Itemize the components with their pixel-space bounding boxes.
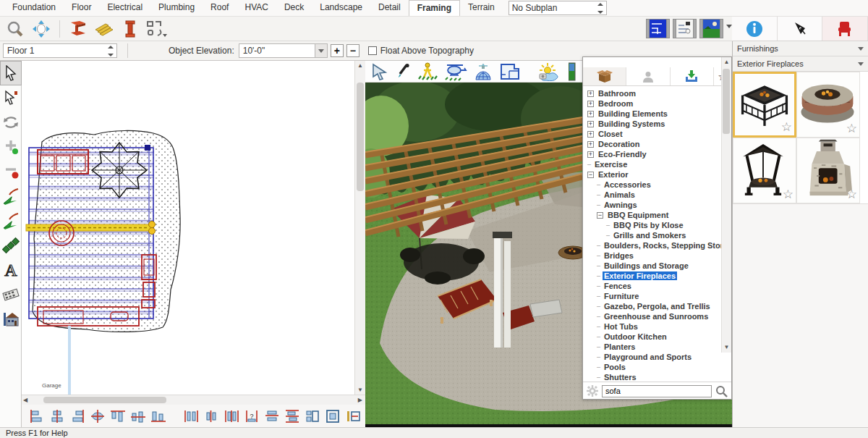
tree-item-bedroom[interactable]: +Bedroom xyxy=(583,98,731,109)
tree-item-bathroom[interactable]: +Bathroom xyxy=(583,88,731,98)
space-evenly-horizontal-icon[interactable] xyxy=(182,408,200,424)
walkthrough-icon[interactable] xyxy=(0,282,22,307)
align-top-icon[interactable] xyxy=(109,408,127,424)
object-info-button[interactable] xyxy=(732,17,778,41)
scroll-down-icon[interactable]: ▼ xyxy=(355,385,365,395)
tree-item-label[interactable]: Exterior xyxy=(597,170,630,179)
plan-horizontal-scrollbar[interactable]: ◀ ▶ xyxy=(22,395,365,405)
text-tool-icon[interactable]: A xyxy=(0,258,22,282)
space-evenly-pair-icon[interactable] xyxy=(222,408,240,424)
favorite-star-icon[interactable]: ☆ xyxy=(781,119,792,135)
favorite-star-icon[interactable]: ☆ xyxy=(846,121,857,136)
tree-item-bridges[interactable]: –Bridges xyxy=(583,250,731,261)
tree-item-label[interactable]: Boulders, Rocks, Stepping Stones xyxy=(603,241,731,250)
post-icon[interactable] xyxy=(119,19,141,39)
scroll-up-icon[interactable]: ▲ xyxy=(722,57,731,67)
tree-item-outdoor-kitchen[interactable]: –Outdoor Kitchen xyxy=(583,332,731,342)
tree-item-awnings[interactable]: –Awnings xyxy=(583,200,731,210)
scroll-up-icon[interactable]: ▲ xyxy=(355,61,365,70)
tree-item-label[interactable]: Awnings xyxy=(603,201,639,209)
scroll-right-icon[interactable]: ▶ xyxy=(358,395,362,405)
tree-item-label[interactable]: Fences xyxy=(603,282,633,290)
thumbnail-square-metal-fire-pit[interactable]: ☆ xyxy=(733,72,796,138)
align-left-icon[interactable] xyxy=(27,408,46,424)
tree-item-label[interactable]: Closet xyxy=(597,130,624,138)
eyedropper-icon[interactable] xyxy=(395,63,411,80)
select-arrow-icon[interactable] xyxy=(0,61,22,85)
sun-camera-icon[interactable] xyxy=(537,62,562,81)
elevation-input[interactable]: 10'-0" xyxy=(239,43,315,58)
tree-item-shutters[interactable]: –Shutters xyxy=(583,372,731,382)
menu-framing[interactable]: Framing xyxy=(409,0,460,16)
menu-foundation[interactable]: Foundation xyxy=(4,0,64,16)
spinner-icon[interactable] xyxy=(597,3,604,14)
tree-item-gazebo-pergola-and-trellis[interactable]: –Gazebo, Pergola, and Trellis xyxy=(583,301,731,311)
menu-plumbing[interactable]: Plumbing xyxy=(150,0,203,16)
tree-scrollbar[interactable]: ▲ ▼ xyxy=(721,57,731,353)
tree-item-label[interactable]: Bridges xyxy=(603,251,635,260)
space-evenly-vertical-icon[interactable] xyxy=(263,408,281,424)
tree-item-bbq-equipment[interactable]: −BBQ Equipment xyxy=(583,210,731,220)
tree-item-boulders-rocks-stepping-stones[interactable]: –Boulders, Rocks, Stepping Stones xyxy=(583,240,731,250)
tree-item-building-elements[interactable]: +Building Elements xyxy=(583,109,731,119)
menu-floor[interactable]: Floor xyxy=(64,0,99,16)
plan-view-window-icon[interactable] xyxy=(646,19,670,38)
tree-item-decoration[interactable]: +Decoration xyxy=(583,139,731,149)
align-center-horizontal-icon[interactable] xyxy=(129,408,147,424)
align-center-vertical-icon[interactable] xyxy=(48,408,66,424)
select-similar-icon[interactable] xyxy=(0,85,22,110)
tree-item-label[interactable]: Bedroom xyxy=(597,99,634,108)
tree-item-closet[interactable]: +Closet xyxy=(583,129,731,139)
filter-gear-icon[interactable] xyxy=(587,385,598,397)
collapse-icon[interactable]: − xyxy=(597,212,603,219)
menu-landscape[interactable]: Landscape xyxy=(312,0,370,16)
tree-item-label[interactable]: Hot Tubs xyxy=(603,322,639,331)
favorite-star-icon[interactable]: ☆ xyxy=(846,187,857,202)
tree-item-label[interactable]: Bathroom xyxy=(597,89,637,98)
reflect-object-icon[interactable] xyxy=(344,408,362,424)
thumbnail-stone-outdoor-fireplace[interactable]: ☆ xyxy=(796,138,860,203)
expand-icon[interactable]: + xyxy=(587,111,594,117)
floor-overview-icon[interactable] xyxy=(499,62,521,81)
menu-terrain[interactable]: Terrain xyxy=(460,0,503,16)
tree-item-label[interactable]: Outdoor Kitchen xyxy=(603,332,668,341)
tree-item-label[interactable]: Gazebo, Pergola, and Trellis xyxy=(603,302,712,311)
pullback-arrow-icon-2[interactable] xyxy=(0,209,22,233)
scrollbar-thumb[interactable] xyxy=(357,83,364,191)
tree-item-accessories[interactable]: –Accessories xyxy=(583,180,731,190)
tree-item-label[interactable]: Pools xyxy=(603,363,627,371)
resize-to-width-icon[interactable]: ? xyxy=(242,408,260,424)
library-search-input[interactable] xyxy=(602,385,712,397)
spinner-icon[interactable] xyxy=(108,46,114,56)
menu-electrical[interactable]: Electrical xyxy=(99,0,150,16)
furniture-library-button[interactable] xyxy=(822,17,868,41)
thumbnail-round-stone-fire-pit[interactable]: ☆ xyxy=(796,72,860,138)
tree-item-label[interactable]: Buildings and Storage xyxy=(603,261,690,270)
tree-item-furniture[interactable]: –Furniture xyxy=(583,291,731,301)
search-icon[interactable] xyxy=(715,385,728,397)
layout-window-icon[interactable] xyxy=(673,19,697,38)
view-icons-dropdown-arrow[interactable] xyxy=(726,28,732,38)
tree-item-label[interactable]: Grills and Smokers xyxy=(612,231,687,240)
tree-item-label[interactable]: Decoration xyxy=(597,140,641,148)
expand-icon[interactable]: + xyxy=(587,101,594,107)
tree-item-playground-and-sports[interactable]: –Playground and Sports xyxy=(583,352,731,362)
walkthrough-person-icon[interactable] xyxy=(417,62,438,81)
tree-item-label[interactable]: Eco-Friendly xyxy=(597,150,648,159)
elevation-dropdown-arrow[interactable] xyxy=(315,43,328,58)
steel-beam-icon[interactable] xyxy=(67,19,89,39)
tree-item-fences[interactable]: –Fences xyxy=(583,281,731,291)
expand-icon[interactable]: + xyxy=(587,121,594,127)
tree-item-label[interactable]: Building Elements xyxy=(597,109,669,118)
expand-icon[interactable]: + xyxy=(587,131,594,138)
tree-item-label[interactable]: Shutters xyxy=(603,373,638,382)
expand-icon[interactable]: + xyxy=(587,141,594,148)
scrollbar-thumb[interactable] xyxy=(43,397,166,403)
collapse-icon[interactable]: − xyxy=(587,172,594,178)
expand-icon[interactable]: + xyxy=(587,151,594,158)
camera-view-window-icon[interactable] xyxy=(699,19,723,38)
view-settings-icon[interactable] xyxy=(569,62,576,81)
tree-item-label[interactable]: BBQ Equipment xyxy=(606,211,670,219)
favorite-star-icon[interactable]: ☆ xyxy=(783,187,793,202)
tree-item-exterior-fireplaces[interactable]: –Exterior Fireplaces xyxy=(583,271,731,281)
